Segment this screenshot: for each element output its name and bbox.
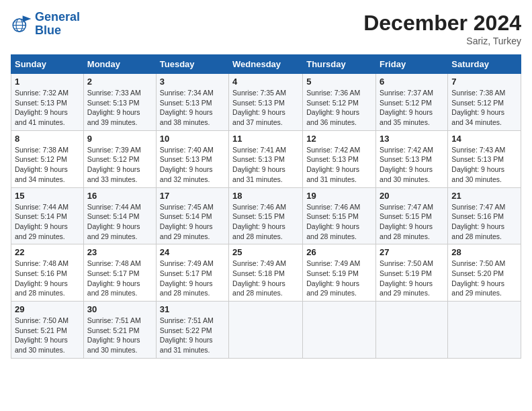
sunrise-label: Sunrise: 7:39 AM	[87, 146, 141, 154]
sunrise-label: Sunrise: 7:46 AM	[232, 203, 286, 211]
day-info: Sunrise: 7:43 AM Sunset: 5:13 PM Dayligh…	[451, 145, 517, 185]
day-cell	[229, 302, 303, 359]
sunrise-label: Sunrise: 7:45 AM	[160, 203, 214, 211]
day-number: 19	[306, 191, 372, 201]
sunset-label: Sunset: 5:14 PM	[15, 212, 67, 220]
sunset-label: Sunset: 5:21 PM	[15, 326, 67, 334]
day-cell: 24 Sunrise: 7:49 AM Sunset: 5:17 PM Dayl…	[156, 244, 228, 302]
day-cell: 2 Sunrise: 7:33 AM Sunset: 5:13 PM Dayli…	[83, 74, 156, 131]
day-info: Sunrise: 7:39 AM Sunset: 5:12 PM Dayligh…	[87, 145, 152, 185]
sunset-label: Sunset: 5:12 PM	[15, 155, 67, 163]
daylight-label: Daylight: 9 hours and 31 minutes.	[232, 165, 285, 183]
sunset-label: Sunset: 5:15 PM	[232, 212, 285, 220]
day-cell: 11 Sunrise: 7:41 AM Sunset: 5:13 PM Dayl…	[229, 130, 303, 187]
daylight-label: Daylight: 9 hours and 38 minutes.	[160, 108, 213, 126]
daylight-label: Daylight: 9 hours and 34 minutes.	[15, 165, 68, 183]
week-row-1: 1 Sunrise: 7:32 AM Sunset: 5:13 PM Dayli…	[11, 74, 521, 131]
title-block: December 2024 Sariz, Turkey	[363, 11, 521, 46]
logo-line1: General	[35, 10, 80, 24]
sunset-label: Sunset: 5:13 PM	[15, 99, 67, 107]
sunrise-label: Sunrise: 7:32 AM	[15, 89, 69, 97]
sunset-label: Sunset: 5:14 PM	[87, 212, 140, 220]
sunset-label: Sunset: 5:16 PM	[15, 269, 67, 277]
week-row-3: 15 Sunrise: 7:44 AM Sunset: 5:14 PM Dayl…	[11, 187, 521, 244]
sunrise-label: Sunrise: 7:36 AM	[306, 89, 360, 97]
day-number: 20	[380, 191, 444, 201]
header-row: SundayMondayTuesdayWednesdayThursdayFrid…	[11, 55, 521, 74]
day-info: Sunrise: 7:42 AM Sunset: 5:13 PM Dayligh…	[306, 145, 372, 185]
day-info: Sunrise: 7:36 AM Sunset: 5:12 PM Dayligh…	[306, 88, 372, 128]
day-info: Sunrise: 7:33 AM Sunset: 5:13 PM Dayligh…	[87, 88, 152, 128]
sunset-label: Sunset: 5:13 PM	[232, 99, 285, 107]
week-row-5: 29 Sunrise: 7:50 AM Sunset: 5:21 PM Dayl…	[11, 302, 521, 359]
day-info: Sunrise: 7:50 AM Sunset: 5:21 PM Dayligh…	[15, 316, 80, 355]
day-number: 21	[451, 191, 517, 201]
daylight-label: Daylight: 9 hours and 35 minutes.	[380, 108, 433, 126]
day-info: Sunrise: 7:34 AM Sunset: 5:13 PM Dayligh…	[160, 88, 225, 128]
day-number: 2	[87, 77, 152, 87]
sunrise-label: Sunrise: 7:48 AM	[87, 259, 141, 267]
day-cell: 10 Sunrise: 7:40 AM Sunset: 5:13 PM Dayl…	[156, 130, 228, 187]
sunset-label: Sunset: 5:19 PM	[380, 269, 432, 277]
sunrise-label: Sunrise: 7:38 AM	[451, 89, 505, 97]
day-number: 8	[15, 134, 80, 144]
sunrise-label: Sunrise: 7:37 AM	[380, 89, 433, 97]
day-cell: 23 Sunrise: 7:48 AM Sunset: 5:17 PM Dayl…	[83, 244, 156, 302]
sunrise-label: Sunrise: 7:47 AM	[451, 203, 505, 211]
day-info: Sunrise: 7:41 AM Sunset: 5:13 PM Dayligh…	[232, 145, 299, 185]
header-saturday: Saturday	[448, 55, 521, 74]
daylight-label: Daylight: 9 hours and 30 minutes.	[87, 336, 140, 354]
logo-line2: Blue	[35, 24, 61, 37]
day-cell: 15 Sunrise: 7:44 AM Sunset: 5:14 PM Dayl…	[11, 187, 84, 244]
day-info: Sunrise: 7:42 AM Sunset: 5:13 PM Dayligh…	[380, 145, 444, 185]
daylight-label: Daylight: 9 hours and 29 minutes.	[160, 222, 213, 240]
day-info: Sunrise: 7:48 AM Sunset: 5:17 PM Dayligh…	[87, 259, 152, 298]
day-info: Sunrise: 7:51 AM Sunset: 5:21 PM Dayligh…	[87, 316, 152, 355]
sunrise-label: Sunrise: 7:48 AM	[15, 259, 69, 267]
day-number: 17	[160, 191, 225, 201]
calendar-table: SundayMondayTuesdayWednesdayThursdayFrid…	[11, 54, 521, 359]
day-cell: 25 Sunrise: 7:49 AM Sunset: 5:18 PM Dayl…	[229, 244, 303, 302]
day-cell	[448, 302, 521, 359]
month-title: December 2024	[363, 11, 521, 36]
sunset-label: Sunset: 5:18 PM	[232, 269, 285, 277]
day-number: 15	[15, 191, 80, 201]
logo: General Blue	[11, 11, 80, 38]
sunrise-label: Sunrise: 7:47 AM	[380, 203, 433, 211]
sunset-label: Sunset: 5:13 PM	[306, 155, 359, 163]
day-cell: 28 Sunrise: 7:50 AM Sunset: 5:20 PM Dayl…	[448, 244, 521, 302]
daylight-label: Daylight: 9 hours and 28 minutes.	[15, 279, 68, 298]
sunrise-label: Sunrise: 7:44 AM	[87, 203, 141, 211]
header-monday: Monday	[83, 55, 156, 74]
day-info: Sunrise: 7:38 AM Sunset: 5:12 PM Dayligh…	[15, 145, 80, 185]
sunrise-label: Sunrise: 7:51 AM	[160, 316, 214, 324]
daylight-label: Daylight: 9 hours and 31 minutes.	[160, 336, 213, 354]
day-info: Sunrise: 7:49 AM Sunset: 5:19 PM Dayligh…	[306, 259, 372, 298]
day-cell: 22 Sunrise: 7:48 AM Sunset: 5:16 PM Dayl…	[11, 244, 84, 302]
day-cell: 3 Sunrise: 7:34 AM Sunset: 5:13 PM Dayli…	[156, 74, 228, 131]
day-info: Sunrise: 7:44 AM Sunset: 5:14 PM Dayligh…	[15, 202, 80, 242]
day-cell: 18 Sunrise: 7:46 AM Sunset: 5:15 PM Dayl…	[229, 187, 303, 244]
daylight-label: Daylight: 9 hours and 29 minutes.	[15, 222, 68, 240]
sunset-label: Sunset: 5:19 PM	[306, 269, 359, 277]
sunset-label: Sunset: 5:16 PM	[451, 212, 504, 220]
day-number: 5	[306, 77, 372, 87]
day-number: 7	[451, 77, 517, 87]
sunrise-label: Sunrise: 7:42 AM	[306, 146, 360, 154]
sunset-label: Sunset: 5:13 PM	[380, 155, 432, 163]
daylight-label: Daylight: 9 hours and 28 minutes.	[160, 279, 213, 298]
day-number: 16	[87, 191, 152, 201]
header-friday: Friday	[376, 55, 448, 74]
sunset-label: Sunset: 5:12 PM	[306, 99, 359, 107]
sunset-label: Sunset: 5:13 PM	[160, 155, 212, 163]
daylight-label: Daylight: 9 hours and 28 minutes.	[87, 279, 140, 298]
sunset-label: Sunset: 5:20 PM	[451, 269, 504, 277]
daylight-label: Daylight: 9 hours and 29 minutes.	[451, 279, 504, 298]
day-cell: 16 Sunrise: 7:44 AM Sunset: 5:14 PM Dayl…	[83, 187, 156, 244]
day-info: Sunrise: 7:49 AM Sunset: 5:18 PM Dayligh…	[232, 259, 299, 298]
day-info: Sunrise: 7:35 AM Sunset: 5:13 PM Dayligh…	[232, 88, 299, 128]
day-number: 30	[87, 304, 152, 314]
sunrise-label: Sunrise: 7:40 AM	[160, 146, 214, 154]
day-cell: 17 Sunrise: 7:45 AM Sunset: 5:14 PM Dayl…	[156, 187, 228, 244]
sunrise-label: Sunrise: 7:42 AM	[380, 146, 433, 154]
